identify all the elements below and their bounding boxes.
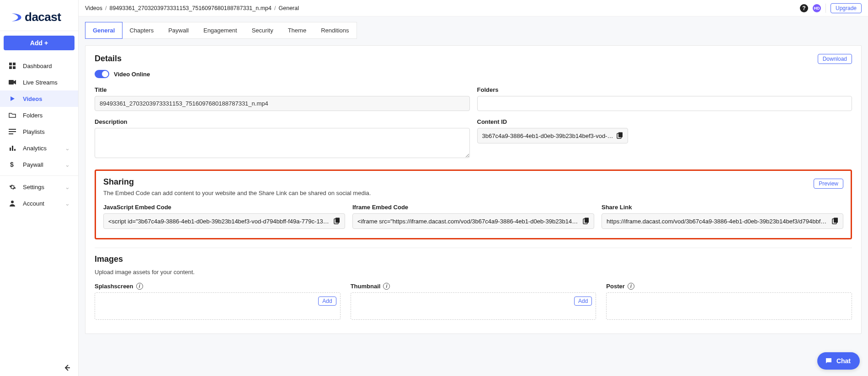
info-icon[interactable]: i: [136, 283, 143, 290]
collapse-sidebar-button[interactable]: [63, 363, 72, 372]
svg-rect-3: [13, 66, 16, 69]
svg-rect-8: [10, 148, 11, 151]
svg-rect-0: [9, 63, 12, 65]
title-label: Title: [95, 86, 470, 93]
tab-chapters[interactable]: Chapters: [122, 22, 161, 38]
chevron-down-icon: ⌄: [65, 161, 70, 168]
topbar: Videos / 89493361_2703203973331153_75160…: [79, 0, 868, 16]
tabs: General Chapters Paywall Engagement Secu…: [85, 22, 357, 39]
copy-icon: [831, 217, 838, 225]
avatar[interactable]: HD: [813, 4, 821, 12]
contentid-value: 3b67c4a9-3886-4eb1-d0eb-39b23b14bef3-vod…: [482, 132, 614, 139]
tab-paywall[interactable]: Paywall: [161, 22, 196, 38]
copy-icon: [333, 217, 340, 225]
sharing-section: Sharing Preview The Embed Code can add c…: [95, 169, 852, 239]
js-embed-value: <script id="3b67c4a9-3886-4eb1-d0eb-39b2…: [108, 218, 331, 225]
svg-rect-2: [9, 66, 12, 69]
folder-icon: [8, 112, 16, 118]
info-icon[interactable]: i: [628, 283, 634, 290]
brand-icon: [10, 11, 23, 24]
sidebar-item-label: Paywall: [23, 161, 43, 168]
sidebar-item-dashboard[interactable]: Dashboard: [0, 58, 78, 74]
sidebar-item-videos[interactable]: Videos: [0, 90, 78, 107]
description-label: Description: [95, 118, 470, 125]
sidebar-item-label: Account: [23, 200, 44, 207]
sidebar-item-label: Folders: [23, 112, 43, 119]
splash-dropzone[interactable]: Add: [95, 292, 341, 320]
sharing-desc: The Embed Code can add content to your w…: [103, 190, 843, 196]
title-input[interactable]: [95, 96, 470, 111]
description-input[interactable]: [95, 128, 470, 158]
svg-rect-17: [335, 218, 340, 223]
panel-general: Details Download Video Online Title Fo: [85, 45, 862, 334]
thumb-dropzone[interactable]: Add: [351, 292, 596, 320]
info-icon[interactable]: i: [383, 283, 390, 290]
sidebar-item-livestreams[interactable]: Live Streams: [0, 74, 78, 90]
breadcrumb: Videos / 89493361_2703203973331153_75160…: [85, 5, 299, 11]
tab-theme[interactable]: Theme: [281, 22, 314, 38]
svg-rect-6: [9, 131, 16, 132]
download-button[interactable]: Download: [818, 54, 852, 64]
sidebar-item-label: Settings: [23, 184, 44, 191]
help-icon[interactable]: ?: [800, 4, 808, 12]
dashboard-icon: [8, 62, 16, 69]
preview-button[interactable]: Preview: [814, 179, 843, 189]
copy-share-button[interactable]: [829, 216, 840, 227]
svg-point-12: [11, 201, 14, 203]
main: Videos / 89493361_2703203973331153_75160…: [79, 0, 868, 376]
upgrade-button[interactable]: Upgrade: [831, 3, 862, 13]
sidebar-item-label: Videos: [23, 95, 42, 102]
tab-security[interactable]: Security: [245, 22, 281, 38]
video-online-label: Video Online: [114, 71, 150, 78]
gear-icon: [8, 184, 16, 191]
folders-input[interactable]: [477, 96, 852, 111]
logo: dacast: [0, 0, 78, 31]
svg-rect-9: [12, 146, 13, 151]
brand-text: dacast: [25, 10, 61, 24]
breadcrumb-leaf: General: [279, 5, 299, 11]
contentid-label: Content ID: [477, 118, 852, 125]
tab-renditions[interactable]: Renditions: [314, 22, 356, 38]
person-icon: [8, 200, 16, 207]
iframe-embed-value: <iframe src="https://iframe.dacast.com/v…: [357, 218, 580, 225]
tab-engagement[interactable]: Engagement: [196, 22, 245, 38]
copy-iframe-button[interactable]: [580, 216, 591, 227]
sidebar-item-settings[interactable]: Settings ⌄: [0, 179, 78, 195]
breadcrumb-root[interactable]: Videos: [85, 5, 102, 11]
svg-rect-5: [9, 129, 16, 130]
svg-rect-19: [585, 218, 589, 223]
video-online-toggle[interactable]: [95, 70, 109, 78]
copy-js-button[interactable]: [331, 216, 342, 227]
chevron-down-icon: ⌄: [65, 184, 70, 191]
sharing-heading: Sharing: [103, 177, 134, 187]
tab-general[interactable]: General: [85, 22, 122, 39]
iframe-embed-label: Iframe Embed Code: [352, 204, 594, 211]
folders-label: Folders: [477, 86, 852, 93]
sidebar: dacast Add + Dashboard Live Streams: [0, 0, 79, 376]
sidebar-item-paywall[interactable]: $ Paywall ⌄: [0, 156, 78, 173]
copy-contentid-button[interactable]: [614, 130, 625, 141]
sidebar-item-analytics[interactable]: Analytics ⌄: [0, 140, 78, 156]
chat-fab[interactable]: Chat: [817, 352, 860, 370]
sidebar-item-label: Live Streams: [23, 79, 58, 86]
js-embed-label: JavaScript Embed Code: [103, 204, 345, 211]
thumb-label: Thumbnail: [351, 283, 381, 290]
breadcrumb-file[interactable]: 89493361_2703203973331153_75160976801887…: [109, 5, 272, 11]
chevron-down-icon: ⌄: [65, 145, 70, 152]
poster-dropzone[interactable]: [606, 292, 852, 320]
camera-icon: [8, 79, 16, 85]
analytics-icon: [8, 145, 16, 151]
chat-label: Chat: [836, 357, 851, 365]
sidebar-item-label: Playlists: [23, 128, 45, 135]
splash-label: Splashscreen: [95, 283, 133, 290]
add-button[interactable]: Add +: [4, 36, 75, 50]
add-thumb-button[interactable]: Add: [574, 297, 592, 306]
sidebar-item-account[interactable]: Account ⌄: [0, 195, 78, 212]
sidebar-item-folders[interactable]: Folders: [0, 107, 78, 123]
add-splash-button[interactable]: Add: [318, 297, 336, 306]
svg-rect-4: [9, 80, 14, 85]
play-icon: [8, 95, 16, 102]
sidebar-item-playlists[interactable]: Playlists: [0, 123, 78, 140]
images-desc: Upload image assets for your content.: [95, 269, 852, 275]
copy-icon: [616, 132, 623, 139]
